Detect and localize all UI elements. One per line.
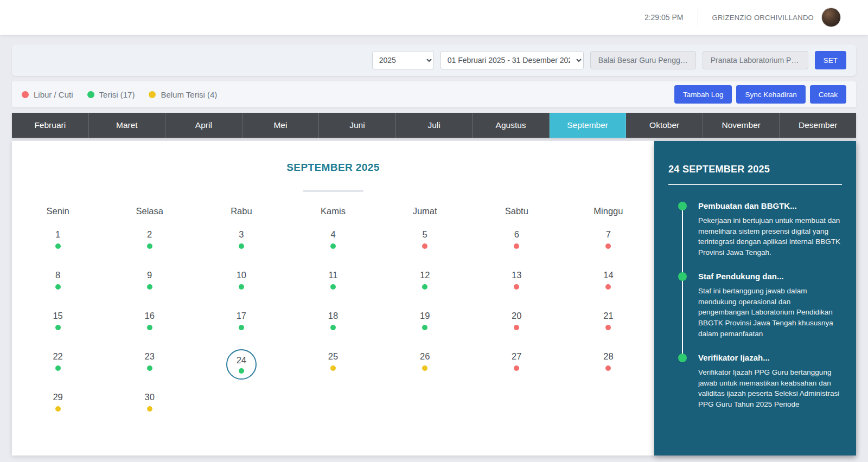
calendar-day-8[interactable]: 8: [12, 268, 104, 309]
clock-text: 2:29:05 PM: [644, 13, 684, 22]
calendar-day-19[interactable]: 19: [379, 309, 471, 349]
timeline-entry-2: Staf Pendukung dan...Staf ini bertanggun…: [678, 272, 842, 339]
day-wrap-16: 16: [145, 309, 155, 330]
status-dot-terisi-icon: [147, 243, 152, 249]
month-tab-april[interactable]: April: [165, 113, 242, 138]
set-button[interactable]: SET: [815, 51, 846, 69]
day-detail-title: 24 SEPTEMBER 2025: [668, 164, 842, 175]
calendar-day-6[interactable]: 6: [471, 227, 563, 268]
day-number-18: 18: [328, 311, 338, 321]
calendar-week-4: 22232425262728: [12, 349, 654, 390]
calendar-day-5[interactable]: 5: [379, 227, 471, 268]
day-number-6: 6: [514, 229, 519, 240]
action-buttons: Tambah Log Sync Kehadiran Cetak: [674, 85, 846, 104]
timeline-entry-1: Pembuatan dan BBGTK...Pekerjaan ini bert…: [678, 201, 842, 258]
calendar-day-15[interactable]: 15: [12, 309, 104, 349]
calendar-empty-cell: [471, 390, 563, 431]
calendar-day-30[interactable]: 30: [104, 390, 195, 431]
day-number-30: 30: [145, 392, 155, 402]
day-wrap-13: 13: [512, 268, 521, 290]
day-number-26: 26: [420, 351, 430, 362]
calendar-day-7[interactable]: 7: [563, 227, 654, 268]
month-tab-februari[interactable]: Februari: [12, 113, 89, 138]
day-headers: SeninSelasaRabuKamisJumatSabtuMinggu: [12, 206, 654, 216]
day-detail-sidebar: 24 SEPTEMBER 2025 Pembuatan dan BBGTK...…: [654, 141, 856, 455]
calendar-day-11[interactable]: 11: [287, 268, 379, 309]
main-panel: SEPTEMBER 2025 SeninSelasaRabuKamisJumat…: [12, 141, 856, 455]
office-button[interactable]: Balai Besar Guru Penggerak: [590, 51, 696, 69]
calendar-day-14[interactable]: 14: [563, 268, 654, 309]
month-tab-mei[interactable]: Mei: [242, 113, 320, 138]
day-wrap-26: 26: [420, 349, 430, 371]
legend-label-terisi: Terisi (17): [99, 90, 135, 99]
calendar-day-18[interactable]: 18: [287, 309, 379, 349]
month-tab-juni[interactable]: Juni: [319, 113, 396, 138]
calendar-day-2[interactable]: 2: [104, 227, 195, 268]
calendar-empty-cell: [379, 390, 471, 431]
calendar-day-28[interactable]: 28: [563, 349, 654, 390]
calendar-title: SEPTEMBER 2025: [12, 162, 654, 174]
calendar-day-21[interactable]: 21: [563, 309, 654, 349]
month-tab-maret[interactable]: Maret: [89, 113, 166, 138]
month-tab-desember[interactable]: Desember: [780, 113, 856, 138]
calendar-day-26[interactable]: 26: [379, 349, 471, 390]
month-tab-november[interactable]: November: [703, 113, 780, 138]
day-wrap-4: 4: [330, 227, 336, 249]
calendar-day-12[interactable]: 12: [379, 268, 471, 309]
day-wrap-29: 29: [53, 390, 62, 412]
day-number-7: 7: [606, 229, 611, 240]
calendar-week-5: 2930: [12, 390, 654, 431]
calendar-week-3: 15161718192021: [12, 309, 654, 349]
period-select[interactable]: 01 Februari 2025 - 31 Desember 2025: [441, 51, 584, 69]
calendar-day-20[interactable]: 20: [471, 309, 563, 349]
month-tab-juli[interactable]: Juli: [396, 113, 473, 138]
calendar-day-9[interactable]: 9: [104, 268, 195, 309]
timeline-entry-title: Verifikator Ijazah...: [698, 353, 842, 362]
status-dot-terisi-icon: [422, 325, 427, 330]
calendar-day-23[interactable]: 23: [104, 349, 195, 390]
day-wrap-1: 1: [55, 227, 61, 249]
top-header: 2:29:05 PM GRIZENZIO ORCHIVILLANDO: [0, 0, 868, 35]
year-select[interactable]: 2025: [372, 51, 434, 69]
month-tab-agustus[interactable]: Agustus: [473, 113, 550, 138]
calendar-title-underline: [303, 190, 363, 192]
status-dot-belum-icon: [147, 406, 152, 412]
calendar-day-10[interactable]: 10: [195, 268, 287, 309]
status-dot-belum-icon: [422, 365, 427, 371]
calendar-week-2: 891011121314: [12, 268, 654, 309]
day-wrap-5: 5: [422, 227, 427, 249]
day-wrap-28: 28: [603, 349, 613, 371]
position-button[interactable]: Pranata Laboratorium Pendic: [703, 51, 808, 69]
user-avatar[interactable]: [821, 8, 841, 27]
user-name[interactable]: GRIZENZIO ORCHIVILLANDO: [712, 14, 814, 22]
calendar-day-1[interactable]: 1: [12, 227, 104, 268]
status-dot-libur-icon: [422, 243, 427, 249]
status-dot-libur-icon: [605, 284, 611, 290]
status-dot-libur-icon: [514, 365, 519, 371]
calendar-day-25[interactable]: 25: [287, 349, 379, 390]
calendar-week-1: 1234567: [12, 227, 654, 268]
calendar-day-4[interactable]: 4: [287, 227, 379, 268]
status-dot-belum-icon: [330, 365, 336, 371]
cetak-button[interactable]: Cetak: [810, 85, 846, 104]
month-tab-september[interactable]: September: [550, 113, 627, 138]
tambah-log-button[interactable]: Tambah Log: [674, 85, 732, 104]
day-header-kamis: Kamis: [287, 206, 379, 216]
day-wrap-10: 10: [237, 268, 246, 290]
month-tab-oktober[interactable]: Oktober: [626, 113, 703, 138]
calendar-empty-cell: [287, 390, 379, 431]
calendar-day-13[interactable]: 13: [471, 268, 563, 309]
status-dot-belum-icon: [55, 406, 61, 412]
timeline-entry-title: Pembuatan dan BBGTK...: [698, 201, 842, 210]
header-divider: [698, 9, 698, 26]
calendar-day-27[interactable]: 27: [471, 349, 563, 390]
calendar-day-24[interactable]: 24: [195, 349, 287, 390]
day-wrap-11: 11: [328, 268, 337, 290]
calendar-day-22[interactable]: 22: [12, 349, 104, 390]
calendar-day-3[interactable]: 3: [195, 227, 287, 268]
calendar-day-17[interactable]: 17: [195, 309, 287, 349]
calendar-day-29[interactable]: 29: [12, 390, 104, 431]
calendar-day-16[interactable]: 16: [104, 309, 195, 349]
day-number-10: 10: [237, 270, 246, 280]
sync-kehadiran-button[interactable]: Sync Kehadiran: [736, 85, 805, 104]
